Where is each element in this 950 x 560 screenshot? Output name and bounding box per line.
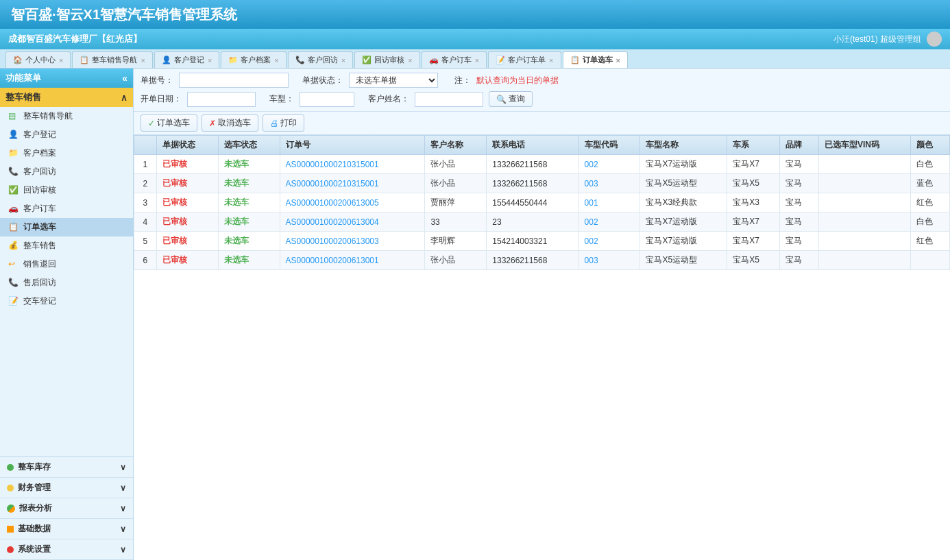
sidebar-collapse-btn[interactable]: « <box>122 73 127 84</box>
tab-customer-visit-icon: 📞 <box>295 56 305 64</box>
table-cell: 已审核 <box>156 155 218 174</box>
report-dot <box>7 504 15 513</box>
table-row[interactable]: 5已审核未选车AS000001000200613003李明辉1542140033… <box>134 232 950 251</box>
note-text: 默认查询为当日的单据 <box>476 75 559 86</box>
sidebar-item-customer-car[interactable]: 🚗 客户订车 <box>0 199 133 218</box>
sidebar-item-sale-return-label: 销售退回 <box>23 258 56 270</box>
sidebar-item-visit-review-label: 回访审核 <box>23 184 56 196</box>
cancel-select-icon: ✗ <box>209 119 216 128</box>
search-icon: 🔍 <box>496 95 507 104</box>
sidebar-item-after-visit[interactable]: 📞 售后回访 <box>0 273 133 292</box>
sidebar-section-wholesale[interactable]: 整车销售 ∧ <box>0 88 133 107</box>
tab-customer-order[interactable]: 🚗 客户订车 × <box>422 51 487 68</box>
table-row[interactable]: 6已审核未选车AS000001000200613001张小品1332662115… <box>134 251 950 270</box>
tab-customer-car-order-close[interactable]: × <box>549 56 553 64</box>
table-cell: 宝马X7 <box>727 155 780 174</box>
tab-customer-reg[interactable]: 👤 客户登记 × <box>154 51 219 68</box>
car-type-input[interactable] <box>300 92 354 107</box>
col-header-brand: 品牌 <box>780 136 819 155</box>
customer-name-input[interactable] <box>415 92 483 107</box>
sidebar-bottom-report[interactable]: 报表分析 ∨ <box>0 498 133 519</box>
main-layout: 功能菜单 « 整车销售 ∧ ▤ 整车销售导航 👤 客户登记 📁 客户档案 📞 客… <box>0 69 950 560</box>
table-cell: 宝马 <box>780 193 819 212</box>
select-order-button[interactable]: ✓ 订单选车 <box>141 114 197 132</box>
tab-personal-icon: 🏠 <box>13 56 23 64</box>
table-row[interactable]: 1已审核未选车AS000001000210315001张小品1332662115… <box>134 155 950 174</box>
tab-visit-review[interactable]: ✅ 回访审核 × <box>354 51 419 68</box>
table-cell: 3 <box>134 193 157 212</box>
table-cell: 宝马X3 <box>727 193 780 212</box>
col-header-num <box>134 136 157 155</box>
print-icon: 🖨 <box>270 119 278 128</box>
sidebar-bottom-inventory[interactable]: 整车库存 ∨ <box>0 457 133 478</box>
sidebar-item-car-delivery[interactable]: 📝 交车登记 <box>0 292 133 311</box>
table-cell: 宝马X7运动版 <box>640 155 727 174</box>
user-avatar <box>927 32 942 47</box>
table-cell: 宝马 <box>780 174 819 193</box>
table-cell <box>819 174 911 193</box>
sidebar-item-customer-visit[interactable]: 📞 客户回访 <box>0 162 133 181</box>
sidebar-section-wholesale-arrow: ∧ <box>121 93 127 103</box>
sidebar-item-wholesale-nav[interactable]: ▤ 整车销售导航 <box>0 107 133 125</box>
print-button[interactable]: 🖨 打印 <box>263 114 304 132</box>
table-cell: 已审核 <box>156 251 218 270</box>
sidebar-bottom-finance[interactable]: 财务管理 ∨ <box>0 478 133 498</box>
tab-order-select[interactable]: 📋 订单选车 × <box>563 51 628 68</box>
table-cell: 宝马X7运动版 <box>640 232 727 251</box>
inventory-dot <box>7 464 14 471</box>
table-row[interactable]: 4已审核未选车AS0000010002006130043323002宝马X7运动… <box>134 212 950 232</box>
tab-personal-close[interactable]: × <box>59 56 63 64</box>
tab-personal-label: 个人中心 <box>25 55 56 65</box>
tab-customer-visit-close[interactable]: × <box>341 56 345 64</box>
inventory-collapse-icon: ∨ <box>120 463 126 472</box>
basic-collapse-icon: ∨ <box>120 524 126 534</box>
table-cell: 003 <box>578 174 640 193</box>
sidebar-header: 功能菜单 « <box>0 69 133 88</box>
sidebar-item-sale-return[interactable]: ↩ 销售退回 <box>0 255 133 273</box>
status-select[interactable]: 未选车单据 已选车单据 全部 <box>349 73 438 88</box>
table-cell <box>819 212 911 232</box>
tab-customer-order-label: 客户订车 <box>441 55 472 65</box>
sidebar-bottom-basic[interactable]: 基础数据 ∨ <box>0 519 133 539</box>
table-cell: 33 <box>425 212 487 232</box>
settings-dot <box>7 546 14 553</box>
sidebar-item-customer-file[interactable]: 📁 客户档案 <box>0 144 133 162</box>
open-date-input[interactable] <box>187 92 256 107</box>
col-header-car-code: 车型代码 <box>578 136 640 155</box>
tab-customer-order-close[interactable]: × <box>475 56 479 64</box>
table-row[interactable]: 3已审核未选车AS000001000200613005贾丽萍1554445504… <box>134 193 950 212</box>
tab-wholesale-nav[interactable]: 📋 整车销售导航 × <box>72 51 152 68</box>
sidebar-item-customer-visit-icon: 📞 <box>8 167 19 178</box>
tab-personal[interactable]: 🏠 个人中心 × <box>5 51 71 68</box>
sidebar-bottom-settings[interactable]: 系统设置 ∨ <box>0 539 133 560</box>
table-cell: AS000001000200613005 <box>280 193 425 212</box>
table-cell: 红色 <box>911 193 950 212</box>
tab-customer-file[interactable]: 📁 客户档案 × <box>221 51 286 68</box>
sidebar-item-order-select[interactable]: 📋 订单选车 <box>0 218 133 236</box>
tab-order-select-close[interactable]: × <box>616 56 620 64</box>
tab-customer-car-order-label: 客户订车单 <box>508 55 546 65</box>
cancel-select-button[interactable]: ✗ 取消选车 <box>202 114 258 132</box>
table-cell: 宝马X7 <box>727 232 780 251</box>
col-header-select-status: 选车状态 <box>218 136 280 155</box>
table-row[interactable]: 2已审核未选车AS000001000210315001张小品1332662115… <box>134 174 950 193</box>
order-no-input[interactable] <box>179 73 289 88</box>
tab-wholesale-nav-icon: 📋 <box>80 56 89 64</box>
col-header-color: 颜色 <box>911 136 950 155</box>
tab-customer-car-order[interactable]: 📝 客户订车单 × <box>488 51 561 68</box>
tab-wholesale-nav-close[interactable]: × <box>141 56 145 64</box>
sidebar-item-customer-reg[interactable]: 👤 客户登记 <box>0 125 133 144</box>
tab-customer-file-close[interactable]: × <box>274 56 278 64</box>
sidebar-item-visit-review[interactable]: ✅ 回访审核 <box>0 181 133 199</box>
sidebar-section-wholesale-label: 整车销售 <box>5 91 41 104</box>
search-button[interactable]: 🔍 查询 <box>489 91 533 107</box>
tab-visit-review-close[interactable]: × <box>408 56 412 64</box>
sidebar-item-customer-visit-label: 客户回访 <box>23 166 56 178</box>
table-cell: 133266211568 <box>487 174 578 193</box>
sidebar-bottom-basic-label: 基础数据 <box>18 523 51 535</box>
tab-customer-reg-close[interactable]: × <box>208 56 212 64</box>
tab-customer-visit[interactable]: 📞 客户回访 × <box>288 51 353 68</box>
sidebar-item-wholesale-sale[interactable]: 💰 整车销售 <box>0 236 133 255</box>
action-toolbar: ✓ 订单选车 ✗ 取消选车 🖨 打印 <box>134 112 950 135</box>
table-cell: 宝马 <box>780 232 819 251</box>
